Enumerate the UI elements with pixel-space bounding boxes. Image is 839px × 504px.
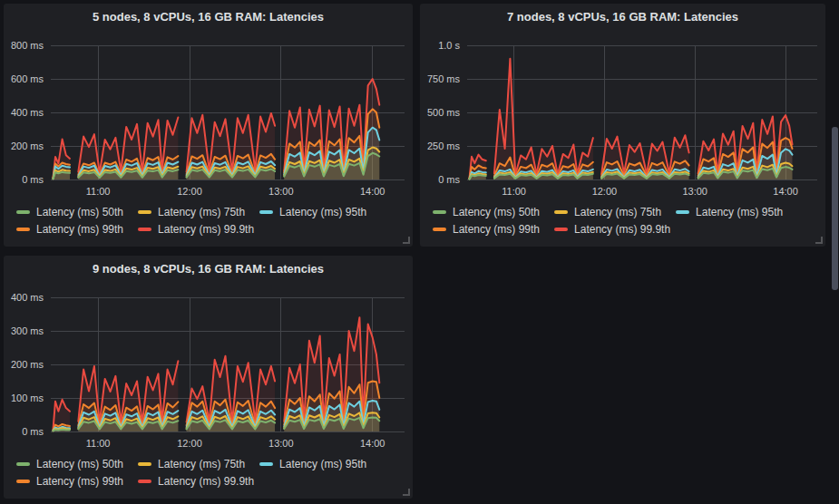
legend: Latency (ms) 50thLatency (ms) 75thLatenc… xyxy=(433,206,820,236)
page-scrollbar xyxy=(831,0,839,504)
svg-text:14:00: 14:00 xyxy=(360,438,385,449)
svg-text:12:00: 12:00 xyxy=(177,186,202,197)
legend: Latency (ms) 50thLatency (ms) 75thLatenc… xyxy=(16,458,407,488)
legend-color-dash xyxy=(433,228,446,231)
svg-text:800 ms: 800 ms xyxy=(11,40,44,51)
svg-text:13:00: 13:00 xyxy=(268,438,294,449)
legend-item-95th[interactable]: Latency (ms) 95th xyxy=(676,206,783,218)
legend-item-label: Latency (ms) 95th xyxy=(279,458,366,470)
legend-item-label: Latency (ms) 99th xyxy=(36,223,123,236)
legend-color-dash xyxy=(259,210,273,214)
svg-text:500 ms: 500 ms xyxy=(427,107,461,118)
legend-item-label: Latency (ms) 75th xyxy=(158,206,245,218)
svg-text:600 ms: 600 ms xyxy=(11,73,44,84)
legend-item-label: Latency (ms) 95th xyxy=(696,206,783,218)
legend-item-99.9th[interactable]: Latency (ms) 99.9th xyxy=(138,475,254,488)
svg-text:14:00: 14:00 xyxy=(773,186,798,197)
legend-color-dash xyxy=(16,462,30,466)
svg-text:0 ms: 0 ms xyxy=(22,426,44,437)
panel-7-nodes: 7 nodes, 8 vCPUs, 16 GB RAM: Latencies 0… xyxy=(420,4,825,247)
latency-chart-svg: 0 ms200 ms400 ms600 ms800 ms11:0012:0013… xyxy=(4,4,413,203)
svg-text:12:00: 12:00 xyxy=(592,186,618,197)
legend-color-dash xyxy=(138,228,151,231)
svg-text:0 ms: 0 ms xyxy=(438,174,460,185)
legend-item-99th[interactable]: Latency (ms) 99th xyxy=(433,223,540,236)
svg-text:300 ms: 300 ms xyxy=(11,325,44,336)
legend-color-dash xyxy=(138,210,151,214)
legend-item-75th[interactable]: Latency (ms) 75th xyxy=(554,206,661,218)
legend-item-label: Latency (ms) 95th xyxy=(279,206,366,218)
legend-item-95th[interactable]: Latency (ms) 95th xyxy=(259,206,366,218)
legend-color-dash xyxy=(259,462,273,466)
svg-text:0 ms: 0 ms xyxy=(22,174,44,185)
panel-resize-handle-icon[interactable] xyxy=(403,237,410,244)
legend-color-dash xyxy=(554,228,568,231)
legend-item-label: Latency (ms) 99.9th xyxy=(158,223,254,236)
svg-text:250 ms: 250 ms xyxy=(427,141,461,151)
legend-color-dash xyxy=(433,210,446,214)
legend-item-75th[interactable]: Latency (ms) 75th xyxy=(138,458,245,470)
panel-5-nodes: 5 nodes, 8 vCPUs, 16 GB RAM: Latencies 0… xyxy=(4,4,413,247)
legend-item-label: Latency (ms) 75th xyxy=(158,458,245,470)
legend: Latency (ms) 50thLatency (ms) 75thLatenc… xyxy=(16,206,407,236)
svg-text:200 ms: 200 ms xyxy=(11,141,44,151)
panel-resize-handle-icon[interactable] xyxy=(403,489,410,496)
legend-item-label: Latency (ms) 99.9th xyxy=(158,475,254,488)
legend-item-99.9th[interactable]: Latency (ms) 99.9th xyxy=(138,223,254,236)
svg-text:14:00: 14:00 xyxy=(360,186,385,197)
svg-text:200 ms: 200 ms xyxy=(11,359,44,370)
legend-item-99th[interactable]: Latency (ms) 99th xyxy=(16,223,123,236)
legend-item-label: Latency (ms) 50th xyxy=(36,458,123,470)
legend-item-50th[interactable]: Latency (ms) 50th xyxy=(16,206,123,218)
legend-color-dash xyxy=(676,210,689,214)
legend-item-99th[interactable]: Latency (ms) 99th xyxy=(16,475,123,488)
legend-color-dash xyxy=(554,210,568,214)
latency-chart-svg: 0 ms250 ms500 ms750 ms1.0 s11:0012:0013:… xyxy=(420,4,825,203)
legend-item-75th[interactable]: Latency (ms) 75th xyxy=(138,206,245,218)
svg-text:11:00: 11:00 xyxy=(502,186,526,197)
legend-item-99.9th[interactable]: Latency (ms) 99.9th xyxy=(554,223,670,236)
scrollbar-thumb[interactable] xyxy=(832,127,838,290)
legend-item-50th[interactable]: Latency (ms) 50th xyxy=(16,458,123,470)
svg-text:400 ms: 400 ms xyxy=(11,107,44,118)
legend-item-label: Latency (ms) 75th xyxy=(574,206,661,218)
panel-9-nodes: 9 nodes, 8 vCPUs, 16 GB RAM: Latencies 0… xyxy=(4,256,413,499)
legend-color-dash xyxy=(16,210,30,214)
svg-text:13:00: 13:00 xyxy=(682,186,707,197)
svg-text:11:00: 11:00 xyxy=(86,438,111,449)
legend-color-dash xyxy=(138,462,151,466)
svg-text:1.0 s: 1.0 s xyxy=(438,40,460,51)
svg-text:750 ms: 750 ms xyxy=(427,73,461,84)
legend-color-dash xyxy=(16,228,30,231)
svg-text:11:00: 11:00 xyxy=(86,186,111,197)
legend-item-label: Latency (ms) 50th xyxy=(453,206,540,218)
legend-item-label: Latency (ms) 99.9th xyxy=(574,223,670,236)
legend-item-50th[interactable]: Latency (ms) 50th xyxy=(433,206,540,218)
legend-item-label: Latency (ms) 50th xyxy=(36,206,123,218)
legend-item-label: Latency (ms) 99th xyxy=(36,475,123,488)
svg-text:12:00: 12:00 xyxy=(177,438,202,449)
legend-color-dash xyxy=(138,480,151,483)
svg-text:13:00: 13:00 xyxy=(268,186,294,197)
panel-resize-handle-icon[interactable] xyxy=(815,237,823,244)
svg-text:400 ms: 400 ms xyxy=(11,292,44,303)
latency-chart-svg: 0 ms100 ms200 ms300 ms400 ms11:0012:0013… xyxy=(4,256,413,455)
svg-text:100 ms: 100 ms xyxy=(11,393,44,403)
legend-item-95th[interactable]: Latency (ms) 95th xyxy=(259,458,366,470)
legend-item-label: Latency (ms) 99th xyxy=(453,223,540,236)
legend-color-dash xyxy=(16,480,30,483)
